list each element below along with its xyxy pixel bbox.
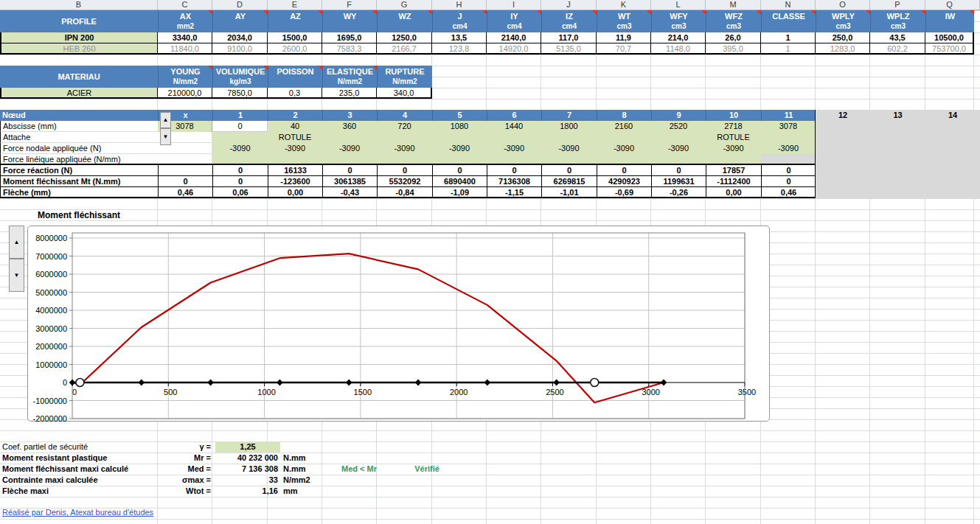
node-force-nodale-3[interactable]: -3090 <box>322 143 377 154</box>
row-name-HEB 260[interactable]: HEB 260 <box>0 43 158 55</box>
cell-ACIER-YOUNG[interactable]: 210000,0 <box>158 88 212 99</box>
cell-HEB 260-WT[interactable]: 70,7 <box>597 43 651 55</box>
header-IY[interactable]: IYcm4 <box>487 10 541 32</box>
node-reaction-8[interactable]: 0 <box>597 165 651 176</box>
node-force-nodale-8[interactable]: -3090 <box>597 143 651 154</box>
node-number-14[interactable]: 14 <box>925 110 980 121</box>
node-fleche-1[interactable]: 0,06 <box>212 187 268 198</box>
column-header-H[interactable]: H <box>432 0 487 10</box>
node-force-nodale-7[interactable]: -3090 <box>541 143 597 154</box>
node-x-reaction[interactable] <box>158 165 212 176</box>
cell-IPN 200-WPLZ[interactable]: 43,5 <box>870 32 925 43</box>
node-x-fleche[interactable]: 0,46 <box>158 187 212 198</box>
column-header-K[interactable]: K <box>597 0 651 10</box>
header-CLASSE[interactable]: CLASSE <box>761 10 816 32</box>
node-moment-9[interactable]: 1199631 <box>651 176 706 187</box>
header-WT[interactable]: WTcm3 <box>597 10 651 32</box>
cell-IPN 200-AX[interactable]: 3340,0 <box>158 32 212 43</box>
cell-IPN 200-AY[interactable]: 2034,0 <box>212 32 268 43</box>
node-reaction-2[interactable]: 16133 <box>268 165 322 176</box>
node-force-nodale-4[interactable]: -3090 <box>377 143 432 154</box>
node-reaction-7[interactable]: 0 <box>541 165 597 176</box>
node-reaction-5[interactable]: 0 <box>432 165 487 176</box>
cell-IPN 200-IZ[interactable]: 117,0 <box>541 32 597 43</box>
cell-IPN 200-IW[interactable]: 10500,0 <box>925 32 974 43</box>
cell-IPN 200-WFZ[interactable]: 26,0 <box>706 32 761 43</box>
header-WPLY[interactable]: WPLYcm3 <box>816 10 870 32</box>
column-header-M[interactable]: M <box>706 0 761 10</box>
cell-ACIER-RUPTURE[interactable]: 340,0 <box>377 88 432 99</box>
summary-value-mr[interactable]: 40 232 000 <box>212 453 278 464</box>
node-reaction-10[interactable]: 17857 <box>706 165 761 176</box>
node-moment-4[interactable]: 5532092 <box>377 176 432 187</box>
cell-ACIER-ELASTIQUE[interactable]: 235,0 <box>322 88 377 99</box>
cell-IPN 200-IY[interactable]: 2140,0 <box>487 32 541 43</box>
node-force-nodale-10[interactable]: -3090 <box>706 143 761 154</box>
cell-HEB 260-AX[interactable]: 11840,0 <box>158 43 212 55</box>
cell-ACIER-VOLUMIQUE[interactable]: 7850,0 <box>212 88 268 99</box>
node-number-7[interactable]: 7 <box>541 110 597 121</box>
summary-value-wtot[interactable]: 1,16 <box>212 486 278 497</box>
node-fleche-3[interactable]: -0,43 <box>322 187 377 198</box>
node-abscisse-8[interactable]: 2160 <box>597 121 651 132</box>
node-force-nodale-1[interactable]: -3090 <box>212 143 268 154</box>
node-moment-2[interactable]: -123600 <box>268 176 322 187</box>
header-IZ[interactable]: IZcm4 <box>541 10 597 32</box>
column-header-C[interactable]: C <box>158 0 212 10</box>
node-reaction-6[interactable]: 0 <box>487 165 541 176</box>
summary-value-med[interactable]: 7 136 308 <box>212 464 278 475</box>
node-number-8[interactable]: 8 <box>597 110 651 121</box>
node-force-nodale-11[interactable]: -3090 <box>761 143 816 154</box>
row-name-ACIER[interactable]: ACIER <box>0 88 158 99</box>
node-reaction-11[interactable]: 0 <box>761 165 816 176</box>
cell-HEB 260-J[interactable]: 123,8 <box>432 43 487 55</box>
column-header-Q[interactable]: Q <box>925 0 974 10</box>
header-RUPTURE[interactable]: RUPTUREN/mm2 <box>377 66 432 88</box>
cell-IPN 200-WZ[interactable]: 1250,0 <box>377 32 432 43</box>
header-ELASTIQUE[interactable]: ELASTIQUEN/mm2 <box>322 66 377 88</box>
cell-HEB 260-WZ[interactable]: 2166,7 <box>377 43 432 55</box>
header-WFY[interactable]: WFYcm3 <box>651 10 706 32</box>
node-number-13[interactable]: 13 <box>870 110 925 121</box>
node-number-2[interactable]: 2 <box>268 110 322 121</box>
chart-spinner-down[interactable]: ▼ <box>9 259 24 292</box>
node-reaction-9[interactable]: 0 <box>651 165 706 176</box>
node-fleche-8[interactable]: -0,69 <box>597 187 651 198</box>
node-reaction-3[interactable]: 0 <box>322 165 377 176</box>
column-header-F[interactable]: F <box>322 0 377 10</box>
cell-IPN 200-WPLY[interactable]: 250,0 <box>816 32 870 43</box>
author-link[interactable]: Réalisé par Denis, Atexat bureau d'étude… <box>2 508 153 517</box>
cell-IPN 200-AZ[interactable]: 1500,0 <box>268 32 322 43</box>
node-abscisse-6[interactable]: 1440 <box>487 121 541 132</box>
header-POISSON[interactable]: POISSON <box>268 66 322 88</box>
node-x-spinner-down[interactable]: ▼ <box>160 128 171 145</box>
moment-chart[interactable]: 8000000700000060000005000000400000030000… <box>27 226 770 422</box>
node-attache-10[interactable]: ROTULE <box>706 132 761 143</box>
node-number-12[interactable]: 12 <box>816 110 870 121</box>
header-J[interactable]: Jcm4 <box>432 10 487 32</box>
column-header-E[interactable]: E <box>268 0 322 10</box>
column-header-G[interactable]: G <box>377 0 432 10</box>
node-moment-11[interactable]: 0 <box>761 176 816 187</box>
summary-value-gamma[interactable]: 1,25 <box>215 441 280 453</box>
node-force-nodale-9[interactable]: -3090 <box>651 143 706 154</box>
cell-HEB 260-IY[interactable]: 14920,0 <box>487 43 541 55</box>
node-fleche-9[interactable]: -0,26 <box>651 187 706 198</box>
cell-HEB 260-WY[interactable]: 7583,3 <box>322 43 377 55</box>
node-fleche-10[interactable]: 0,00 <box>706 187 761 198</box>
column-header-I[interactable]: I <box>487 0 541 10</box>
node-abscisse-7[interactable]: 1800 <box>541 121 597 132</box>
node-fleche-2[interactable]: 0,00 <box>268 187 322 198</box>
node-number-9[interactable]: 9 <box>651 110 706 121</box>
header-AY[interactable]: AY <box>212 10 268 32</box>
node-moment-5[interactable]: 6890400 <box>432 176 487 187</box>
cell-IPN 200-WY[interactable]: 1695,0 <box>322 32 377 43</box>
cell-HEB 260-WFY[interactable]: 1148,0 <box>651 43 706 55</box>
cell-HEB 260-CLASSE[interactable]: 1 <box>761 43 816 55</box>
cell-IPN 200-WFY[interactable]: 214,0 <box>651 32 706 43</box>
node-abscisse-1[interactable]: 0 <box>212 121 268 132</box>
column-header-J[interactable]: J <box>541 0 597 10</box>
node-fleche-5[interactable]: -1,09 <box>432 187 487 198</box>
node-abscisse-2[interactable]: 40 <box>268 121 322 132</box>
node-fleche-11[interactable]: 0,46 <box>761 187 816 198</box>
